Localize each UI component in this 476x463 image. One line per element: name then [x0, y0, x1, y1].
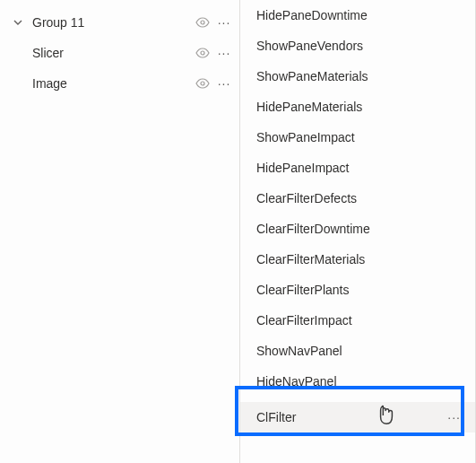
list-item[interactable]: ClearFilterDowntime — [240, 214, 475, 244]
list-item-label: ClearFilterDefects — [256, 191, 461, 205]
visibility-icon[interactable] — [195, 14, 211, 31]
selection-tree: Group 11 ··· Slicer ··· Image ··· — [0, 0, 240, 463]
more-icon[interactable]: ··· — [216, 46, 232, 60]
more-icon[interactable]: ··· — [216, 15, 232, 30]
tree-group-label: Group 11 — [32, 15, 195, 30]
more-icon[interactable]: ··· — [447, 410, 461, 424]
list-item[interactable]: HidePaneMaterials — [240, 92, 475, 122]
list-item-label: ClearFilterPlants — [256, 283, 461, 297]
list-item-label: HidePaneDowntime — [256, 8, 461, 22]
list-item-label: HidePaneImpact — [256, 161, 461, 175]
list-item-label: ShowPaneMaterials — [256, 69, 461, 83]
visibility-icon[interactable] — [195, 45, 211, 61]
tree-item-label: Slicer — [32, 46, 195, 60]
list-item-label: ShowNavPanel — [256, 344, 461, 358]
list-item[interactable]: HideNavPanel — [240, 366, 475, 397]
tree-group-row[interactable]: Group 11 ··· — [0, 7, 239, 38]
bookmarks-list: HidePaneDowntime ShowPaneVendors ShowPan… — [240, 0, 476, 463]
list-item[interactable]: ShowPaneMaterials — [240, 61, 475, 92]
list-item-label: HideNavPanel — [256, 374, 461, 389]
more-icon[interactable]: ··· — [216, 76, 232, 91]
list-item-label: ClearFilterDowntime — [256, 222, 461, 236]
list-item[interactable]: HidePaneDowntime — [240, 0, 475, 31]
list-item[interactable]: HidePaneImpact — [240, 153, 475, 183]
svg-point-0 — [201, 21, 204, 24]
list-item[interactable]: ShowPaneVendors — [240, 31, 475, 61]
list-item[interactable]: ShowPaneImpact — [240, 122, 475, 153]
tree-item-label: Image — [32, 76, 195, 91]
list-item-label: ClearFilterImpact — [256, 313, 461, 328]
list-item[interactable]: ClearFilterMaterials — [240, 244, 475, 275]
list-item[interactable]: ShowNavPanel — [240, 336, 475, 366]
tree-item-slicer[interactable]: Slicer ··· — [0, 38, 239, 68]
list-item-label: ClearFilterMaterials — [256, 252, 461, 266]
svg-point-1 — [201, 51, 204, 55]
chevron-down-icon[interactable] — [11, 15, 25, 30]
visibility-icon[interactable] — [195, 75, 211, 92]
list-item[interactable]: ClearFilterImpact — [240, 305, 475, 336]
list-item-label: HidePaneMaterials — [256, 100, 461, 114]
tree-item-image[interactable]: Image ··· — [0, 68, 239, 99]
list-item-label: ClFilter — [256, 410, 447, 424]
list-item-selected[interactable]: ClFilter ··· — [240, 402, 475, 432]
list-item[interactable]: ClearFilterPlants — [240, 275, 475, 305]
list-item-label: ShowPaneImpact — [256, 130, 461, 144]
svg-point-2 — [201, 82, 204, 85]
list-item[interactable]: ClearFilterDefects — [240, 183, 475, 214]
list-item-label: ShowPaneVendors — [256, 39, 461, 53]
